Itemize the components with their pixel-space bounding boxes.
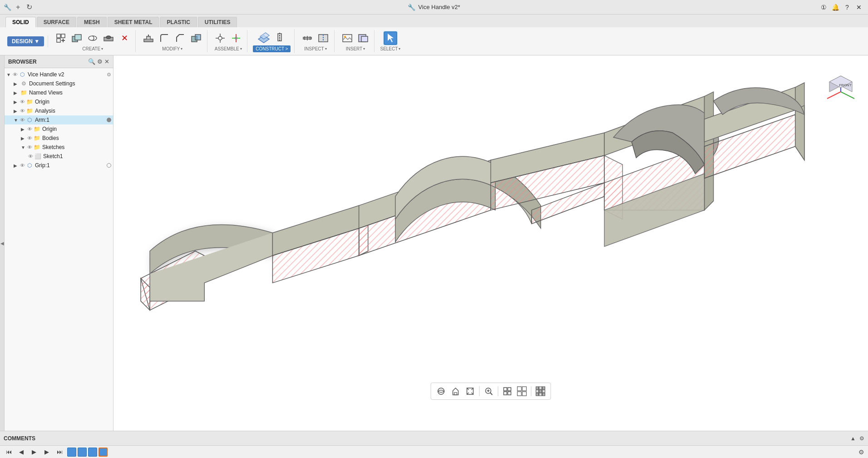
tree-item-sketch1[interactable]: 👁 ⬜ Sketch1 [5,152,113,161]
browser-collapse-icon[interactable]: ✕ [104,58,109,65]
tree-item-arm1-sketches[interactable]: ▼ 👁 📁 Sketches [5,143,113,152]
tree-arrow-arm1[interactable]: ▼ [14,118,20,123]
browser-search-icon[interactable]: 🔍 [88,58,95,65]
tree-eye-analysis[interactable]: 👁 [20,108,25,114]
tool-select[interactable] [383,31,398,45]
tab-sheet-metal[interactable]: SHEET METAL [108,17,159,27]
tool-combine[interactable] [189,31,203,45]
center-tool-view-options[interactable] [501,385,514,398]
construct-label[interactable]: CONSTRUCT > [253,45,291,52]
tab-utilities[interactable]: UTILITIES [198,17,237,27]
tool-construct-axis[interactable] [272,30,287,45]
timeline-step-1[interactable] [67,448,76,457]
timeline-first-button[interactable]: ⏮ [4,447,14,457]
tool-groups: DESIGN ▼ ✕ CREATE▾ [0,27,868,55]
tool-section-analysis[interactable] [316,31,330,45]
svg-rect-83 [536,390,539,393]
center-tool-orbit[interactable] [435,385,448,398]
timeline-next-button[interactable]: ▶ [42,447,52,457]
tool-measure[interactable] [300,31,315,45]
tree-item-named-views[interactable]: ▶ 📁 Named Views [5,88,113,97]
tree-arrow-named-views[interactable]: ▶ [14,90,20,95]
tree-arrow-root[interactable]: ▼ [6,72,13,77]
center-tool-home[interactable] [449,385,462,398]
tree-arrow-grip1[interactable]: ▶ [14,163,20,168]
timeline-prev-button[interactable]: ◀ [16,447,26,457]
center-tool-fit[interactable] [464,385,477,398]
tab-refresh[interactable]: ↻ [25,3,34,11]
tool-decal[interactable] [356,31,370,45]
tree-item-arm1-bodies[interactable]: ▶ 👁 📁 Bodies [5,134,113,143]
create-label[interactable]: CREATE▾ [82,46,103,51]
tree-arrow-arm1-sketches[interactable]: ▼ [21,145,27,150]
tool-joint[interactable] [213,31,227,45]
tree-item-doc-settings[interactable]: ▶ ⚙ Document Settings [5,79,113,88]
assemble-label[interactable]: ASSEMBLE▾ [215,46,242,51]
tree-arrow-arm1-origin[interactable]: ▶ [21,127,27,132]
tool-offset-plane[interactable] [256,30,271,45]
timeline-play-button[interactable]: ▶ [29,447,39,457]
tree-item-analysis[interactable]: ▶ 👁 📁 Analysis [5,106,113,115]
tree-item-grip1[interactable]: ▶ 👁 ⬡ Grip:1 [5,161,113,170]
tool-new-component[interactable] [54,31,68,45]
tool-press-pull[interactable] [141,31,156,45]
tree-eye-root[interactable]: 👁 [13,72,18,77]
center-toolbar [431,383,551,400]
tree-eye-sketch1[interactable]: 👁 [28,154,33,159]
tree-eye-arm1-sketches[interactable]: 👁 [27,144,32,150]
center-tool-display-settings[interactable] [516,385,528,398]
create-tools: ✕ [54,31,132,45]
tree-root-settings-icon[interactable]: ⚙ [107,72,111,78]
tree-arrow-origin-top[interactable]: ▶ [14,100,20,105]
tree-item-arm1-origin[interactable]: ▶ 👁 📁 Origin [5,124,113,134]
timeline-step-2[interactable] [78,448,87,457]
tree-eye-arm1-origin[interactable]: 👁 [27,126,32,132]
sidebar-collapse-handle[interactable]: ◀ [0,55,5,431]
tree-eye-arm1[interactable]: 👁 [20,117,25,123]
tool-joint-origin[interactable] [229,31,243,45]
design-dropdown[interactable]: DESIGN ▼ [7,36,44,46]
tab-mesh[interactable]: MESH [77,17,107,27]
select-label[interactable]: SELECT▾ [380,46,400,51]
browser-expand-icon[interactable]: ⚙ [97,58,103,65]
tool-chamfer[interactable] [173,31,187,45]
timeline-step-3[interactable] [88,448,97,457]
close-button[interactable]: ✕ [853,2,864,13]
notifications-button[interactable]: 🔔 [830,2,841,13]
view-cube[interactable]: FRONT [823,65,859,101]
inspect-label[interactable]: INSPECT▾ [304,46,326,51]
tab-solid[interactable]: SOLID [5,17,36,27]
center-tool-grid-settings[interactable] [534,385,547,398]
tree-item-root[interactable]: ▼ 👁 ⬡ Vice Handle v2 ⚙ [5,70,113,79]
tree-eye-arm1-bodies[interactable]: 👁 [27,135,32,141]
svg-point-19 [235,37,237,40]
main-area: ◀ BROWSER 🔍 ⚙ ✕ ▼ 👁 ⬡ Vice Handle v2 ⚙ [0,55,868,431]
tool-extrude[interactable] [69,31,84,45]
viewport[interactable]: FRONT [113,55,868,431]
tree-eye-origin-top[interactable]: 👁 [20,99,25,105]
tool-insert-image[interactable] [340,31,355,45]
tool-mirror[interactable]: ✕ [117,31,132,45]
timeline-settings-icon[interactable]: ⚙ [858,448,864,456]
timeline-last-button[interactable]: ⏭ [54,447,64,457]
comments-options-icon[interactable]: ⚙ [859,435,864,442]
tab-plastic[interactable]: PLASTIC [160,17,197,27]
tool-fillet[interactable] [157,31,172,45]
timeline-step-4[interactable] [99,448,108,457]
tree-arrow-doc-settings[interactable]: ▶ [14,81,20,86]
tab-new[interactable]: + [14,3,22,11]
tool-hole[interactable] [101,31,116,45]
tree-item-origin-top[interactable]: ▶ 👁 📁 Origin [5,97,113,106]
modify-label[interactable]: MODIFY▾ [162,46,182,51]
tool-revolve[interactable] [85,31,100,45]
tree-item-arm1[interactable]: ▼ 👁 ⬡ Arm:1 [5,115,113,124]
help-button[interactable]: ? [842,2,853,13]
tab-surface[interactable]: SURFACE [37,17,76,27]
account-button[interactable]: ① [818,2,829,13]
center-tool-zoom-window[interactable] [483,385,495,398]
tree-arrow-analysis[interactable]: ▶ [14,109,20,114]
tree-eye-grip1[interactable]: 👁 [20,163,25,168]
tree-arrow-arm1-bodies[interactable]: ▶ [21,136,27,141]
insert-label[interactable]: INSERT▾ [346,46,365,51]
comments-expand-icon[interactable]: ▲ [850,435,856,442]
